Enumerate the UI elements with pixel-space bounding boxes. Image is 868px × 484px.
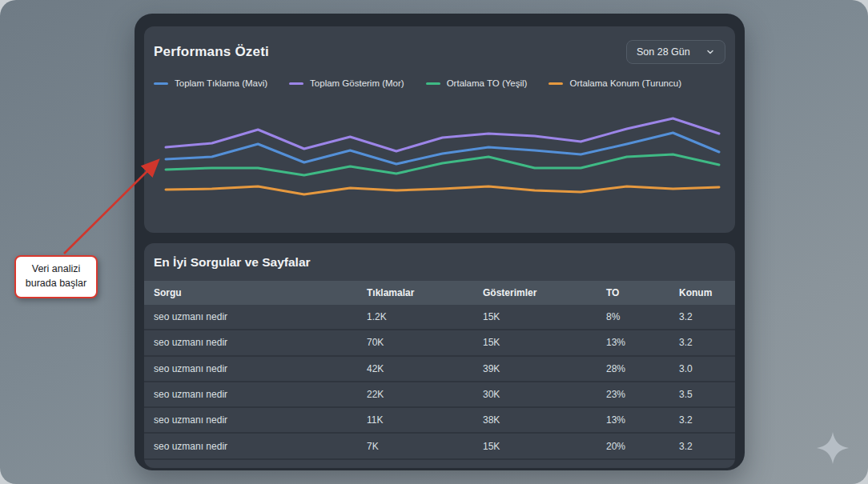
table-row[interactable]: seo uzmanı nedir22K30K23%3.5 — [144, 382, 735, 408]
table-cell: 8% — [606, 311, 679, 322]
column-header: Gösterimler — [483, 287, 606, 298]
chevron-down-icon — [705, 47, 715, 57]
table-row[interactable]: seo uzmanı nedir70K15K13%3.2 — [144, 330, 735, 356]
performance-title: Performans Özeti — [154, 40, 269, 60]
dashboard-panel: Performans Özeti Son 28 Gün Toplam Tıkla… — [135, 14, 745, 470]
table-cell: 42K — [367, 363, 483, 374]
table-cell: seo uzmanı nedir — [154, 311, 367, 322]
queries-title: En İyi Sorgular ve Sayfalar — [144, 243, 735, 281]
table-cell: 11K — [367, 414, 483, 426]
sparkle-icon — [816, 431, 850, 465]
table-cell: 15K — [483, 337, 606, 348]
table-cell: 3.0 — [679, 363, 735, 374]
performance-chart — [154, 96, 725, 232]
column-header: Konum — [679, 287, 735, 298]
table-cell: 22K — [367, 389, 483, 400]
table-cell: 30K — [483, 389, 606, 400]
table-cell: 28% — [606, 363, 679, 374]
table-cell: 3.5 — [679, 389, 735, 400]
chart-line-Ortalama TO (Yeşil) — [166, 154, 719, 175]
table-cell: 38K — [483, 414, 606, 426]
column-header: Tıklamalar — [367, 287, 483, 298]
queries-card: En İyi Sorgular ve Sayfalar SorguTıklama… — [144, 243, 735, 468]
table-cell: 39K — [483, 363, 606, 374]
table-cell: 3.2 — [679, 311, 735, 322]
table-cell: seo uzmanı nedir — [154, 389, 367, 400]
legend-label: Ortalama Konum (Turuncu) — [569, 78, 681, 88]
table-header-row: SorguTıklamalarGösterimlerTOKonum — [144, 281, 735, 305]
table-cell: seo uzmanı nedir — [154, 337, 367, 348]
legend-item[interactable]: Ortalama Konum (Turuncu) — [549, 78, 681, 88]
legend-swatch-icon — [154, 82, 168, 85]
table-body: seo uzmanı nedir1.2K15K8%3.2seo uzmanı n… — [144, 305, 735, 460]
table-cell: 13% — [606, 414, 679, 426]
legend-label: Ortalama TO (Yeşil) — [447, 78, 528, 88]
table-cell: 15K — [483, 441, 606, 452]
legend-item[interactable]: Ortalama TO (Yeşil) — [426, 78, 528, 88]
table-row[interactable]: seo uzmanı nedir42K39K28%3.0 — [144, 357, 735, 382]
legend-swatch-icon — [289, 82, 303, 85]
table-cell: seo uzmanı nedir — [154, 363, 367, 374]
table-cell: 70K — [367, 337, 483, 348]
chart-line-Ortalama Konum (Turuncu) — [166, 186, 719, 194]
performance-card-header: Performans Özeti Son 28 Gün — [144, 26, 735, 64]
legend-swatch-icon — [426, 82, 440, 85]
legend-swatch-icon — [549, 82, 563, 85]
table-cell: seo uzmanı nedir — [154, 441, 367, 452]
table-cell: seo uzmanı nedir — [154, 414, 367, 426]
legend-item[interactable]: Toplam Tıklama (Mavi) — [154, 78, 267, 88]
performance-card: Performans Özeti Son 28 Gün Toplam Tıkla… — [144, 26, 735, 233]
table-row[interactable]: seo uzmanı nedir7K15K20%3.2 — [144, 434, 735, 459]
legend-label: Toplam Tıklama (Mavi) — [175, 78, 267, 88]
table-cell: 3.2 — [679, 337, 735, 348]
table-cell: 7K — [367, 441, 483, 452]
column-header: TO — [606, 287, 679, 298]
date-range-dropdown[interactable]: Son 28 Gün — [626, 40, 725, 64]
table-cell: 20% — [606, 441, 679, 452]
table-cell: 1.2K — [367, 311, 483, 322]
table-cell: 13% — [606, 337, 679, 348]
legend-item[interactable]: Toplam Gösterim (Mor) — [289, 78, 404, 88]
table-cell: 15K — [483, 311, 606, 322]
table-cell: 3.2 — [679, 441, 735, 452]
line-chart-svg — [154, 96, 725, 232]
desktop-background: Performans Özeti Son 28 Gün Toplam Tıkla… — [0, 0, 868, 484]
column-header: Sorgu — [154, 287, 367, 298]
date-range-value: Son 28 Gün — [637, 46, 690, 58]
table-cell: 3.2 — [679, 414, 735, 426]
table-cell: 23% — [606, 389, 679, 400]
table-row[interactable]: seo uzmanı nedir11K38K13%3.2 — [144, 408, 735, 434]
annotation-note: Veri analizi burada başlar — [14, 255, 98, 298]
chart-legend: Toplam Tıklama (Mavi)Toplam Gösterim (Mo… — [144, 78, 735, 88]
legend-label: Toplam Gösterim (Mor) — [310, 78, 404, 88]
table-row[interactable]: seo uzmanı nedir1.2K15K8%3.2 — [144, 305, 735, 330]
